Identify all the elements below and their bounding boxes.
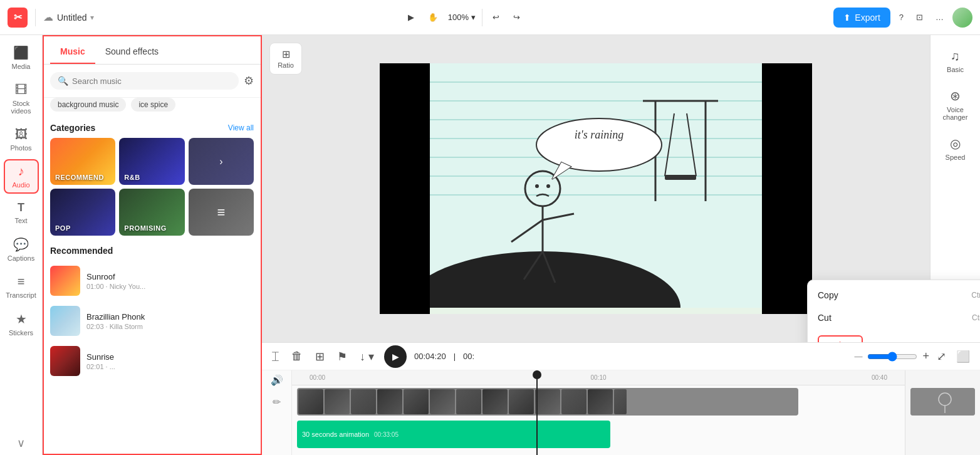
filter-btn[interactable]: ⚙ bbox=[244, 74, 254, 88]
context-menu: Copy Ctrl C Cut Ctrl X Delete Backspace … bbox=[807, 280, 980, 342]
svg-point-23 bbox=[536, 118, 662, 171]
main-area: ⬛ Media 🎞 Stock videos 🖼 Photos ♪ Audio … bbox=[0, 35, 980, 455]
tl-split-btn[interactable]: ⌶ bbox=[269, 347, 281, 365]
tl-download-btn[interactable]: ↓ ▾ bbox=[357, 347, 377, 366]
category-more-right[interactable]: › bbox=[189, 138, 254, 185]
topbar-center-controls: ▶ ✋ 100% ▾ ↩ ↪ bbox=[404, 9, 524, 26]
tab-sound-effects[interactable]: Sound effects bbox=[95, 40, 169, 64]
topbar-right: ⬆ Export ? ⊡ … bbox=[833, 8, 972, 28]
redo-btn[interactable]: ↪ bbox=[509, 9, 524, 26]
track-meta-brazillian: 02:03 · Killa Storm bbox=[86, 323, 254, 330]
timeline: ⌶ 🗑 ⊞ ⚑ ↓ ▾ ▶ 00:04:20 | 00: — + ⤢ ⬜ bbox=[262, 342, 980, 455]
tag-background-music[interactable]: background music bbox=[50, 98, 126, 112]
tl-thumb-4 bbox=[404, 389, 429, 414]
project-dropdown[interactable]: ☁ Untitled ▾ bbox=[43, 11, 94, 23]
tl-flag-btn[interactable]: ⚑ bbox=[335, 347, 350, 366]
sidebar-label-photos: Photos bbox=[10, 144, 31, 152]
category-more[interactable]: ≡ bbox=[189, 189, 254, 236]
black-bar-right bbox=[762, 63, 812, 314]
tl-thumb-7 bbox=[482, 389, 508, 414]
tl-time-display: 00:04:20 bbox=[414, 352, 446, 361]
panel-search: 🔍 ⚙ bbox=[43, 65, 261, 98]
view-all-btn[interactable]: View all bbox=[228, 123, 254, 132]
export-btn[interactable]: ⬆ Export bbox=[833, 8, 890, 28]
track-item-sunroof[interactable]: Sunroof 01:00 · Nicky You... bbox=[43, 261, 261, 301]
track-thumb-brazillian bbox=[50, 306, 80, 336]
categories-title: Categories bbox=[50, 123, 95, 133]
ctx-delete-btn[interactable]: Delete bbox=[818, 335, 863, 342]
category-pop[interactable]: POP bbox=[50, 189, 115, 236]
tl-thumb-1 bbox=[325, 389, 350, 414]
tl-right-side bbox=[905, 370, 980, 455]
sidebar-collapse[interactable]: ∨ bbox=[17, 436, 25, 450]
tl-thumb-5 bbox=[430, 389, 455, 414]
ratio-icon: ⊞ bbox=[282, 48, 290, 60]
category-label-promising: PROMISING bbox=[124, 224, 166, 232]
svg-rect-13 bbox=[665, 175, 696, 180]
tl-playhead[interactable] bbox=[536, 370, 538, 455]
tl-monitor-btn[interactable]: ⬜ bbox=[954, 347, 972, 366]
track-item-sunrise[interactable]: Sunrise 02:01 · ... bbox=[43, 341, 261, 381]
tl-thumb-small bbox=[614, 389, 627, 414]
sidebar-label-audio: Audio bbox=[12, 181, 29, 189]
more-icon: ≡ bbox=[217, 204, 225, 221]
audio-panel: Music Sound effects 🔍 ⚙ background music… bbox=[43, 35, 262, 455]
help-btn[interactable]: ? bbox=[895, 9, 907, 26]
undo-btn[interactable]: ↩ bbox=[489, 9, 503, 26]
sidebar-item-media[interactable]: ⬛ Media bbox=[4, 40, 39, 75]
tl-zoom-plus-btn[interactable]: + bbox=[922, 350, 929, 363]
user-avatar[interactable] bbox=[952, 8, 972, 28]
category-promising[interactable]: PROMISING bbox=[119, 189, 184, 236]
sidebar-label-media: Media bbox=[12, 63, 31, 70]
hand-tool-btn[interactable]: ✋ bbox=[424, 9, 442, 26]
tl-zoom-slider[interactable] bbox=[867, 352, 917, 362]
tl-play-btn[interactable]: ▶ bbox=[384, 345, 407, 368]
topbar: ✂ ☁ Untitled ▾ ▶ ✋ 100% ▾ ↩ ↪ ⬆ Export ?… bbox=[0, 0, 980, 35]
category-recommend[interactable]: RECOMMEND bbox=[50, 138, 115, 185]
svg-rect-27 bbox=[910, 388, 975, 416]
timeline-toolbar: ⌶ 🗑 ⊞ ⚑ ↓ ▾ ▶ 00:04:20 | 00: — + ⤢ ⬜ bbox=[262, 343, 980, 370]
tab-music[interactable]: Music bbox=[50, 40, 95, 64]
ctx-cut-shortcut: Ctrl X bbox=[972, 313, 980, 322]
zoom-display[interactable]: 100% ▾ bbox=[448, 13, 476, 22]
ctx-cut[interactable]: Cut Ctrl X bbox=[808, 306, 980, 329]
track-name-brazillian: Brazillian Phonk bbox=[86, 312, 254, 322]
play-mode-btn[interactable]: ▶ bbox=[404, 9, 418, 26]
track-item-brazillian[interactable]: Brazillian Phonk 02:03 · Killa Storm bbox=[43, 301, 261, 341]
tl-video-clip[interactable] bbox=[297, 388, 798, 416]
sidebar-label-stickers: Stickers bbox=[9, 329, 33, 337]
sidebar-label-stock: Stock videos bbox=[8, 100, 35, 115]
tl-side-controls: 🔊 ✏ bbox=[262, 370, 292, 455]
app-logo[interactable]: ✂ bbox=[8, 8, 28, 28]
more-btn[interactable]: … bbox=[932, 9, 947, 26]
sidebar-item-stickers[interactable]: ★ Stickers bbox=[4, 306, 39, 342]
tl-edit-icon[interactable]: ✏ bbox=[273, 396, 281, 408]
tl-play-icon: ▶ bbox=[392, 352, 399, 362]
stock-icon: 🎞 bbox=[15, 83, 28, 97]
ratio-btn[interactable]: ⊞ Ratio bbox=[269, 43, 302, 75]
tl-volume-icon[interactable]: 🔊 bbox=[271, 374, 283, 386]
sidebar-item-audio[interactable]: ♪ Audio bbox=[4, 159, 39, 194]
tl-delete-btn[interactable]: 🗑 bbox=[289, 347, 305, 365]
share-btn[interactable]: ⊡ bbox=[912, 9, 927, 26]
tag-ice-spice[interactable]: ice spice bbox=[131, 98, 175, 112]
sidebar-item-transcript[interactable]: ≡ Transcript bbox=[4, 269, 39, 304]
right-panel-voice-changer[interactable]: ⊛ Voice changer bbox=[933, 82, 978, 127]
category-label-rb: R&B bbox=[124, 174, 140, 181]
tl-audio-clip[interactable]: 30 seconds animation 00:33:05 bbox=[297, 421, 610, 448]
right-panel-basic[interactable]: ♫ Basic bbox=[933, 43, 978, 80]
search-input[interactable] bbox=[72, 76, 231, 86]
tl-fit-btn[interactable]: ⤢ bbox=[934, 347, 949, 366]
search-input-wrap[interactable]: 🔍 bbox=[50, 72, 239, 90]
ctx-delete[interactable]: Delete Backspace / Delete bbox=[808, 329, 980, 342]
sidebar-item-captions[interactable]: 💬 Captions bbox=[4, 232, 39, 267]
ctx-copy[interactable]: Copy Ctrl C bbox=[808, 284, 980, 306]
category-rb[interactable]: R&B bbox=[119, 138, 184, 185]
sidebar-item-text[interactable]: T Text bbox=[4, 196, 39, 229]
sidebar-item-photos[interactable]: 🖼 Photos bbox=[4, 122, 39, 157]
tl-multi-btn[interactable]: ⊞ bbox=[313, 347, 327, 366]
right-panel-speed[interactable]: ◎ Speed bbox=[933, 130, 978, 167]
tl-audio-clip-label: 30 seconds animation bbox=[302, 431, 369, 438]
sidebar-item-stock[interactable]: 🎞 Stock videos bbox=[4, 78, 39, 120]
left-sidebar: ⬛ Media 🎞 Stock videos 🖼 Photos ♪ Audio … bbox=[0, 35, 43, 455]
